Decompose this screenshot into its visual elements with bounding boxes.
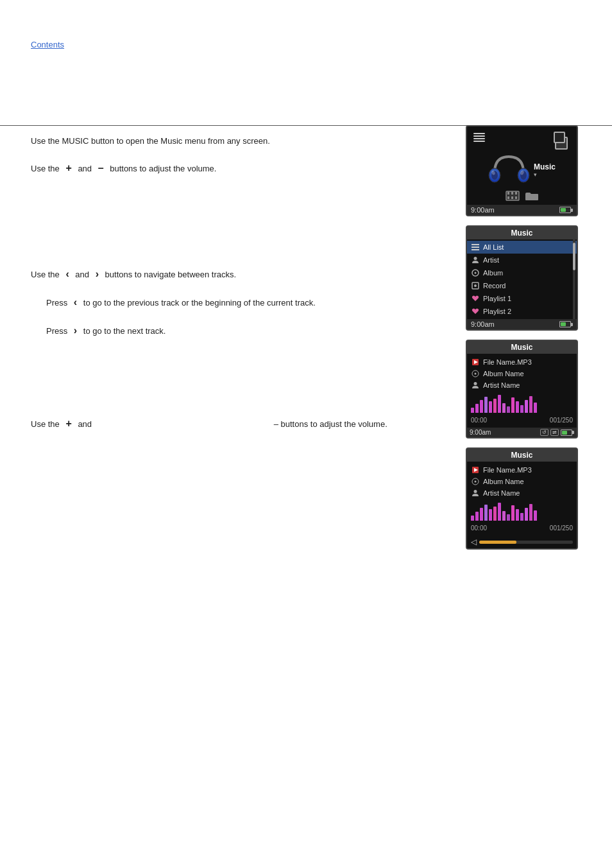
artist-name-label4: Artist Name — [483, 489, 520, 497]
prev-symbol2: ‹ — [74, 297, 77, 308]
screen4-filename-row: File Name.MP3 — [471, 464, 573, 476]
equalizer-bars4 — [471, 501, 573, 521]
artist-play-icon — [471, 381, 480, 390]
heart-icon-1 — [471, 294, 480, 303]
screen1-device: Music ▾ — [466, 125, 578, 216]
menu-item-album[interactable]: Album — [467, 266, 577, 279]
section-2: Use the ‹ and › buttons to navigate betw… — [31, 266, 416, 338]
film-icon — [506, 191, 520, 201]
playlist1-label: Playlist 1 — [483, 295, 511, 302]
record-label: Record — [483, 282, 506, 290]
svg-rect-13 — [472, 244, 479, 245]
play-icon — [471, 358, 480, 367]
svg-point-29 — [475, 481, 477, 483]
svg-rect-10 — [507, 196, 509, 199]
screen3-time: 9:00am — [470, 429, 491, 436]
person-icon — [471, 256, 480, 265]
list-icon — [471, 243, 480, 252]
prev-symbol: ‹ — [65, 268, 69, 279]
svg-rect-9 — [515, 192, 517, 195]
plus-symbol: + — [65, 162, 71, 173]
artist-name-label: Artist Name — [483, 381, 520, 389]
svg-rect-14 — [472, 247, 479, 248]
screen4-device: Music File Name.MP3 — [466, 447, 578, 550]
screen1-subtitle: ▾ — [534, 171, 556, 178]
svg-rect-15 — [472, 249, 479, 250]
screen4-artist-row: Artist Name — [471, 487, 573, 499]
screen3-filename-row: File Name.MP3 — [471, 356, 573, 368]
section1-text2: Use the + and – buttons to adjust the vo… — [31, 160, 416, 177]
filename-label: File Name.MP3 — [483, 358, 532, 366]
screen3-time-row: 00:00 001/250 — [471, 415, 573, 425]
menu-item-record[interactable]: Record — [467, 279, 577, 292]
artist-icon4 — [471, 489, 480, 498]
plus-symbol2: + — [65, 418, 71, 429]
svg-rect-12 — [515, 196, 517, 199]
album-play-icon — [471, 369, 480, 378]
svg-rect-11 — [511, 196, 513, 199]
screen4-time-row: 00:00 001/250 — [471, 523, 573, 533]
section-1: Use the MUSIC button to open the Music m… — [31, 135, 416, 176]
svg-point-18 — [475, 272, 477, 274]
equalizer-bars — [471, 394, 573, 413]
section-3: Use the + and – buttons to adjust the vo… — [31, 415, 416, 432]
battery-icon — [559, 207, 573, 213]
svg-rect-8 — [511, 192, 513, 195]
next-symbol2: › — [74, 325, 77, 336]
contents-link[interactable]: Contents — [31, 40, 64, 49]
svg-point-20 — [474, 284, 477, 287]
svg-point-24 — [475, 373, 477, 375]
screen1-time: 9:00am — [471, 206, 495, 214]
track-count4: 001/250 — [550, 525, 573, 532]
section3-text1: Use the + and – buttons to adjust the vo… — [31, 415, 416, 432]
cd-icon — [471, 268, 480, 277]
screen2-menu: All List Artist — [467, 239, 577, 319]
svg-point-30 — [474, 490, 477, 493]
svg-point-16 — [474, 257, 477, 260]
screen2-device: Music All List — [466, 225, 578, 331]
filename-label4: File Name.MP3 — [483, 466, 532, 474]
track-count: 001/250 — [550, 417, 573, 424]
menu-item-artist[interactable]: Artist — [467, 254, 577, 266]
minus-symbol2: – — [274, 419, 278, 429]
menu-item-alllist[interactable]: All List — [467, 241, 577, 254]
svg-point-25 — [474, 382, 477, 385]
screen3-battery — [561, 430, 574, 436]
screen3-statusbar: 9:00am ↺ ⇌ — [467, 428, 577, 437]
section2-text2: Press ‹ to go to the previous track or t… — [31, 294, 416, 311]
screen2-time: 9:00am — [471, 320, 495, 328]
volume-fill — [479, 541, 516, 544]
album-name-label4: Album Name — [483, 478, 524, 485]
volume-track — [479, 541, 573, 544]
album-name-label: Album Name — [483, 370, 524, 378]
screen1-body: Music ▾ — [467, 126, 577, 205]
section2-text3: Press › to go to the next track. — [31, 322, 416, 339]
next-symbol: › — [96, 268, 99, 279]
svg-rect-7 — [507, 192, 509, 195]
heart-icon-2 — [471, 307, 480, 316]
volume-speaker-icon: ◁ — [471, 537, 477, 546]
menu-item-playlist2[interactable]: Playlist 2 — [467, 305, 577, 318]
folder-icon — [525, 191, 539, 201]
play-icon4 — [471, 465, 480, 474]
screen4-header: Music — [467, 449, 577, 462]
screen3-header: Music — [467, 341, 577, 354]
elapsed-time: 00:00 — [471, 417, 487, 424]
repeat-icon: ↺ — [540, 429, 548, 436]
screen1-music-label: Music — [534, 162, 556, 171]
screen3-player: File Name.MP3 Album Name — [467, 354, 577, 428]
shuffle-icon: ⇌ — [550, 429, 559, 436]
screen3-album-row: Album Name — [471, 368, 573, 379]
screen2-header: Music — [467, 227, 577, 239]
left-content-area: Use the MUSIC button to open the Music m… — [31, 135, 416, 450]
section2-text1: Use the ‹ and › buttons to navigate betw… — [31, 266, 416, 282]
screen3-artist-row: Artist Name — [471, 379, 573, 391]
minus-symbol: – — [98, 162, 104, 173]
section1-text1: Use the MUSIC button to open the Music m… — [31, 135, 416, 148]
menu-item-playlist1[interactable]: Playlist 1 — [467, 292, 577, 305]
alllist-label: All List — [483, 243, 504, 251]
record-icon — [471, 281, 480, 290]
album-label: Album — [483, 269, 503, 277]
screens-container: Music ▾ — [466, 125, 581, 559]
screen4-player: File Name.MP3 Album Name — [467, 462, 577, 535]
